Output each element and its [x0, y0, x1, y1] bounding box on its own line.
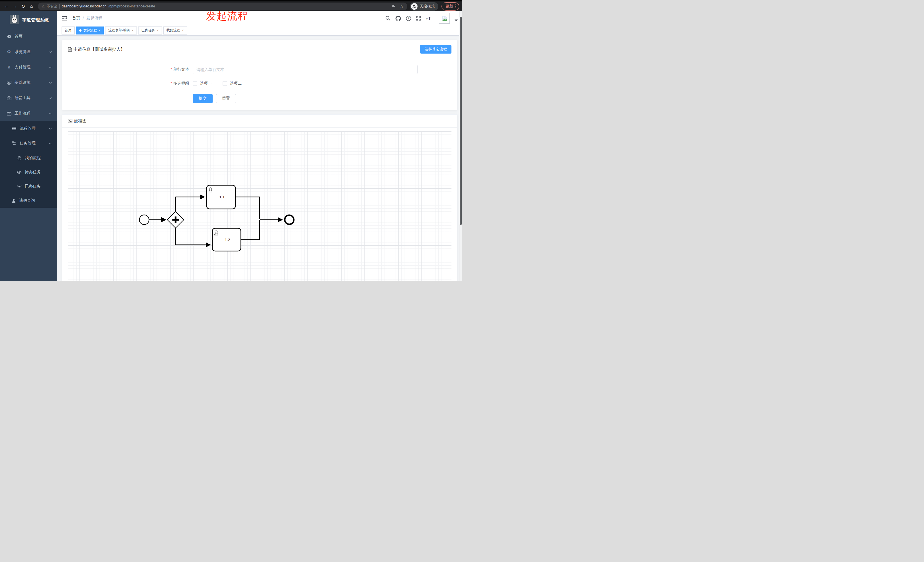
tab-my-processes[interactable]: 我的流程 × [163, 27, 187, 34]
sidebar-item-system[interactable]: ⚙ 系统管理 [0, 44, 57, 60]
option2-checkbox[interactable] [223, 81, 227, 86]
bpmn-user-task-1[interactable]: 1.1 [207, 185, 236, 209]
eye-icon [17, 171, 22, 174]
logo-avatar-rabbit [10, 15, 19, 25]
url-divider [59, 4, 60, 9]
option1-label[interactable]: 选项一 [200, 81, 212, 86]
text-field-label: *单行文本 [62, 67, 193, 72]
flow-icon [12, 141, 16, 145]
sidebar-item-todo-tasks[interactable]: 待办任务 [0, 165, 57, 179]
apply-info-card: 申请信息【测试多审批人】 选择其它流程 *单行文本 *多选框组 选项一 [62, 40, 458, 110]
breadcrumb-home[interactable]: 首页 [72, 16, 80, 21]
svg-text:?: ? [408, 16, 409, 20]
workflow-submenu: 流程管理 任务管理 我的流程 [0, 121, 57, 208]
help-icon[interactable]: ? [406, 16, 411, 21]
browser-chrome: ← → ↻ ⌂ ⚠ 不安全 dashboard.yudao.iocoder.cn… [0, 0, 462, 11]
option2-label[interactable]: 选项二 [230, 81, 242, 86]
close-icon[interactable]: × [99, 29, 100, 32]
fullscreen-icon[interactable] [416, 16, 421, 21]
chevron-down-icon [49, 97, 52, 99]
browser-home-button[interactable]: ⌂ [28, 3, 35, 10]
image-icon [68, 119, 72, 123]
chevron-down-icon [49, 128, 52, 130]
page-scrollbar[interactable] [459, 11, 462, 281]
sidebar-item-home[interactable]: 首页 [0, 29, 57, 44]
monitor-icon [6, 81, 11, 85]
bookmark-star-icon[interactable]: ☆ [400, 4, 404, 9]
logo-row[interactable]: 芋道管理系统 [0, 11, 57, 29]
user-icon [11, 199, 16, 203]
collapse-sidebar-button[interactable] [62, 16, 67, 21]
tab-home[interactable]: 首页 [62, 27, 75, 34]
option1-checkbox[interactable] [193, 81, 197, 86]
sidebar-item-dev-tools[interactable]: 研发工具 [0, 90, 57, 106]
svg-text:T: T [428, 16, 431, 21]
chevron-up-icon [49, 112, 52, 115]
flow-gateway-to-task2 [176, 228, 210, 245]
reset-button[interactable]: 重置 [216, 94, 236, 103]
choose-other-process-button[interactable]: 选择其它流程 [420, 45, 452, 54]
toolbox-icon [6, 96, 11, 100]
submit-button[interactable]: 提交 [193, 94, 213, 103]
sidebar-item-process-management[interactable]: 流程管理 [0, 121, 57, 136]
sidebar-item-workflow[interactable]: 工作流程 [0, 106, 57, 121]
bpmn-canvas[interactable]: 1.1 [68, 131, 452, 281]
chevron-up-icon [49, 142, 52, 144]
browser-back-button[interactable]: ← [3, 3, 10, 10]
close-icon[interactable]: × [132, 29, 134, 32]
incognito-badge: 无痕模式 [410, 2, 438, 10]
sidebar: 芋道管理系统 首页 ⚙ 系统管理 ¥ 支付管理 [0, 11, 57, 281]
browser-reload-button[interactable]: ↻ [20, 3, 27, 10]
required-mark: * [171, 81, 172, 85]
tab-form-edit[interactable]: 流程表单-编辑 × [105, 27, 137, 34]
incognito-label: 无痕模式 [420, 4, 435, 9]
yen-icon: ¥ [6, 65, 11, 70]
tab-start-process[interactable]: 发起流程 × [76, 27, 104, 34]
bpmn-user-task-2[interactable]: 1.2 [212, 228, 241, 251]
browser-menu-icon[interactable] [456, 4, 456, 8]
process-diagram-card: 流程图 [62, 114, 458, 281]
checkbox-group-label: *多选框组 [62, 81, 193, 86]
user-avatar[interactable] [439, 13, 450, 24]
address-bar[interactable]: ⚠ 不安全 dashboard.yudao.iocoder.cn /bpm/pr… [38, 3, 407, 10]
github-icon[interactable] [395, 16, 401, 21]
tabs-bar: 首页 发起流程 × 流程表单-编辑 × 已办任务 × 我的流程 × [57, 25, 462, 36]
sidebar-item-infrastructure[interactable]: 基础设施 [0, 75, 57, 90]
active-tab-dot [79, 29, 81, 31]
avatar-caret-icon[interactable] [454, 19, 458, 21]
bpmn-start-event[interactable] [140, 215, 149, 225]
tab-done-tasks[interactable]: 已办任务 × [138, 27, 162, 34]
dashboard-icon [6, 34, 11, 39]
broken-image-icon [441, 15, 447, 21]
sidebar-item-payment[interactable]: ¥ 支付管理 [0, 60, 57, 75]
browser-forward-button[interactable]: → [11, 3, 19, 10]
font-size-icon[interactable]: TT [426, 16, 432, 21]
chevron-down-icon [49, 51, 52, 53]
flow-task1-to-merge [236, 197, 260, 219]
sidebar-item-done-tasks[interactable]: 已办任务 [0, 179, 57, 193]
single-line-text-input[interactable] [193, 65, 417, 74]
list-tree-icon [12, 127, 16, 130]
flow-gateway-to-task1 [176, 197, 204, 211]
browser-update-button[interactable]: 更新 [441, 2, 459, 10]
bpmn-parallel-gateway[interactable] [167, 211, 184, 228]
app-title: 芋道管理系统 [22, 17, 49, 23]
main-area: 首页 / 发起流程 ? [57, 11, 462, 281]
navbar: 首页 / 发起流程 ? [57, 11, 462, 25]
key-icon[interactable] [392, 4, 396, 9]
incognito-icon [411, 3, 417, 10]
close-icon[interactable]: × [182, 29, 184, 32]
close-icon[interactable]: × [157, 29, 159, 32]
update-label: 更新 [446, 4, 453, 9]
apply-card-title: 申请信息【测试多审批人】 [68, 47, 125, 52]
scrollbar-thumb[interactable] [460, 17, 462, 225]
url-path: /bpm/process-instance/create [108, 4, 155, 8]
eye-closed-icon [17, 185, 22, 188]
sidebar-item-leave-query[interactable]: 请假查询 [0, 193, 57, 208]
search-icon[interactable] [386, 16, 390, 21]
sidebar-item-task-management[interactable]: 任务管理 [0, 136, 57, 151]
bpmn-end-event[interactable] [285, 215, 294, 224]
diagram-card-title: 流程图 [68, 118, 87, 124]
sidebar-item-my-processes[interactable]: 我的流程 [0, 151, 57, 165]
svg-text:T: T [426, 18, 428, 21]
